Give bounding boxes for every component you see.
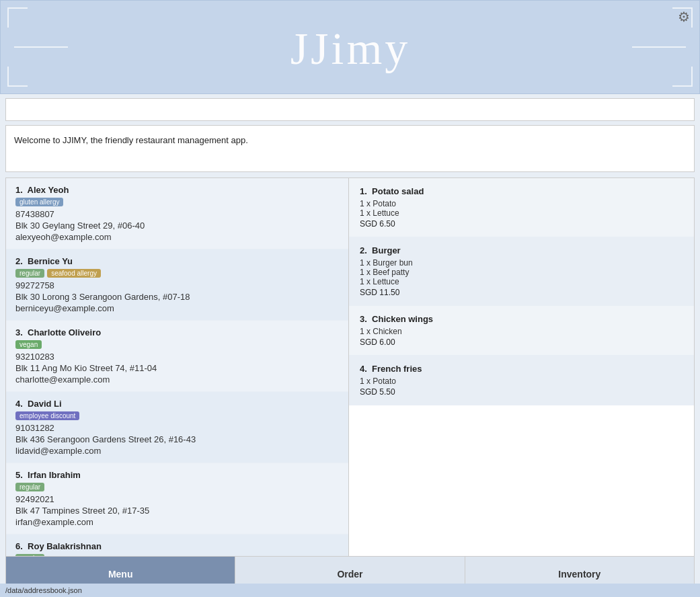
customer-name: 5. Irfan Ibrahim xyxy=(15,470,339,480)
menu-item-price: SGD 6.50 xyxy=(360,219,683,229)
tag-regular: regular xyxy=(15,269,44,278)
settings-icon[interactable]: ⚙ xyxy=(678,9,690,25)
customer-phone: 91031282 xyxy=(15,423,339,433)
corner-decoration-tl xyxy=(7,7,28,28)
customer-email: alexyeoh@example.com xyxy=(15,232,339,242)
tag-seafood: seafood allergy xyxy=(47,269,101,278)
menu-item-price: SGD 6.00 xyxy=(360,337,683,347)
svg-text:JJimy: JJimy xyxy=(290,23,410,74)
header-line-right xyxy=(632,46,686,48)
app-logo: JJimy xyxy=(256,13,444,81)
list-item[interactable]: 6. Roy Balakrishnan regular xyxy=(6,534,348,556)
corner-decoration-bl xyxy=(7,67,28,87)
welcome-box: Welcome to JJIMY, the friendly restauran… xyxy=(5,125,695,172)
list-item[interactable]: 3. Charlotte Oliveiro vegan 93210283 Blk… xyxy=(6,321,348,392)
customer-name: 3. Charlotte Oliveiro xyxy=(15,327,339,337)
tag-regular: regular xyxy=(15,483,44,491)
app-header: JJimy ⚙ xyxy=(0,0,700,94)
tag-vegan: vegan xyxy=(15,340,42,349)
menu-item-price: SGD 5.50 xyxy=(360,387,683,397)
search-input[interactable] xyxy=(11,102,689,118)
menu-ingredient: 1 x Burger bun xyxy=(360,258,683,268)
customer-address: Blk 11 Ang Mo Kio Street 74, #11-04 xyxy=(15,363,339,373)
customer-tags: regular xyxy=(15,554,339,556)
customer-address: Blk 436 Serangoon Gardens Street 26, #16… xyxy=(15,434,339,444)
customer-address: Blk 47 Tampines Street 20, #17-35 xyxy=(15,506,339,516)
customer-name: 6. Roy Balakrishnan xyxy=(15,541,339,551)
customer-phone: 92492021 xyxy=(15,494,339,504)
table-row[interactable]: 1. Potato salad 1 x Potato1 x Lettuce SG… xyxy=(349,178,694,237)
customer-tags: regular xyxy=(15,483,339,491)
corner-decoration-br xyxy=(672,67,693,87)
status-bar: /data/addressbook.json xyxy=(0,584,700,597)
menu-ingredient: 1 x Potato xyxy=(360,199,683,208)
menu-item-price: SGD 11.50 xyxy=(360,288,683,297)
table-row[interactable]: 3. Chicken wings 1 x Chicken SGD 6.00 xyxy=(349,306,694,356)
menu-ingredient: 1 x Lettuce xyxy=(360,277,683,286)
customer-email: irfan@example.com xyxy=(15,517,339,527)
customer-phone: 87438807 xyxy=(15,209,339,219)
tag-regular: regular xyxy=(15,554,44,556)
tag-employee: employee discount xyxy=(15,411,79,420)
customer-phone: 93210283 xyxy=(15,352,339,362)
status-text: /data/addressbook.json xyxy=(5,586,82,594)
list-item[interactable]: 5. Irfan Ibrahim regular 92492021 Blk 47… xyxy=(6,463,348,534)
customer-phone: 99272758 xyxy=(15,280,339,290)
customer-name: 4. David Li xyxy=(15,399,339,409)
menu-item-name: 3. Chicken wings xyxy=(360,314,683,324)
menu-item-name: 1. Potato salad xyxy=(360,186,683,196)
customer-email: lidavid@example.com xyxy=(15,446,339,456)
welcome-text: Welcome to JJIMY, the friendly restauran… xyxy=(14,135,686,145)
menu-item-name: 4. French fries xyxy=(360,364,683,374)
customer-name: 1. Alex Yeoh xyxy=(15,185,339,195)
customer-tags: employee discount xyxy=(15,411,339,420)
menu-ingredient: 1 x Lettuce xyxy=(360,208,683,218)
list-item[interactable]: 2. Bernice Yu regularseafood allergy 992… xyxy=(6,249,348,321)
customer-tags: regularseafood allergy xyxy=(15,269,339,278)
menu-ingredient: 1 x Chicken xyxy=(360,327,683,336)
menu-ingredient: 1 x Potato xyxy=(360,376,683,386)
search-bar xyxy=(5,98,695,121)
menu-list[interactable]: 1. Potato salad 1 x Potato1 x Lettuce SG… xyxy=(349,178,694,556)
menu-ingredient: 1 x Beef patty xyxy=(360,268,683,277)
table-row[interactable]: 2. Burger 1 x Burger bun1 x Beef patty1 … xyxy=(349,237,694,306)
customer-list[interactable]: 1. Alex Yeoh gluten allergy 87438807 Blk… xyxy=(6,178,349,556)
list-item[interactable]: 1. Alex Yeoh gluten allergy 87438807 Blk… xyxy=(6,178,348,249)
customer-address: Blk 30 Geylang Street 29, #06-40 xyxy=(15,221,339,231)
customer-tags: gluten allergy xyxy=(15,198,339,206)
customer-address: Blk 30 Lorong 3 Serangoon Gardens, #07-1… xyxy=(15,292,339,302)
menu-item-name: 2. Burger xyxy=(360,245,683,255)
main-content: 1. Alex Yeoh gluten allergy 87438807 Blk… xyxy=(5,177,695,557)
list-item[interactable]: 4. David Li employee discount 91031282 B… xyxy=(6,392,348,463)
customer-email: berniceyu@example.com xyxy=(15,303,339,313)
customer-email: charlotte@example.com xyxy=(15,374,339,385)
tag-gluten: gluten allergy xyxy=(15,198,63,206)
table-row[interactable]: 4. French fries 1 x Potato SGD 5.50 xyxy=(349,356,694,405)
customer-name: 2. Bernice Yu xyxy=(15,256,339,266)
header-line-left xyxy=(14,46,68,48)
customer-tags: vegan xyxy=(15,340,339,349)
